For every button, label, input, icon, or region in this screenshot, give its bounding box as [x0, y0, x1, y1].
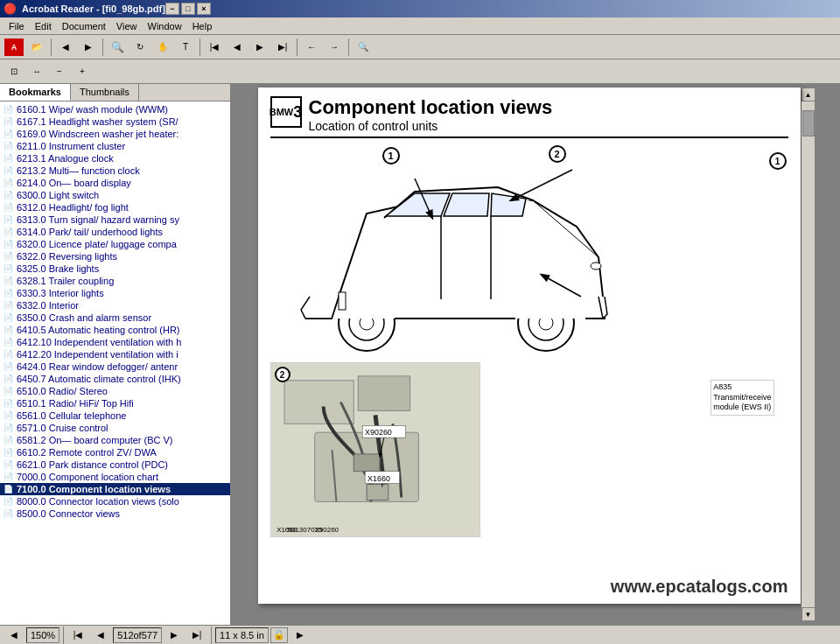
- bookmark-item[interactable]: 📄6424.0 Rear window defogger/ antenr: [0, 360, 230, 373]
- open-button[interactable]: 📂: [26, 38, 47, 57]
- bookmark-item[interactable]: 📄6328.1 Trailer coupling: [0, 275, 230, 287]
- bookmark-item[interactable]: 📄6300.0 Light switch: [0, 189, 230, 201]
- scroll-track[interactable]: [802, 102, 815, 607]
- bookmark-item[interactable]: 📄6510.0 Radio/ Stereo: [0, 385, 230, 397]
- bookmark-text: 6510.1 Radio/ HiFi/ Top Hifi: [17, 398, 134, 409]
- bmw-logo: BMW 3: [270, 96, 302, 128]
- bookmark-item[interactable]: 📄7000.0 Component location chart: [0, 471, 230, 483]
- maximize-button[interactable]: □: [181, 3, 195, 15]
- bookmark-item[interactable]: 📄6412.10 Independent ventilation with h: [0, 336, 230, 348]
- bookmark-text: 6330.3 Interior lights: [17, 288, 104, 298]
- fit-width[interactable]: ↔: [26, 62, 47, 81]
- bookmark-item[interactable]: 📄6332.0 Interior: [0, 299, 230, 312]
- main-area: Bookmarks Thumbnails 📄6160.1 Wipe/ wash …: [0, 84, 840, 625]
- zoom-in2[interactable]: +: [72, 62, 93, 81]
- bookmark-item[interactable]: 📄6160.1 Wipe/ wash module (WWM): [0, 103, 230, 116]
- bookmark-icon: 📄: [4, 424, 13, 432]
- zoom-out[interactable]: −: [49, 62, 70, 81]
- security-icon[interactable]: 🔒: [270, 627, 288, 643]
- bookmark-item[interactable]: 📄7100.0 Component location views: [0, 483, 230, 495]
- bookmark-item[interactable]: 📄6510.1 Radio/ HiFi/ Top Hifi: [0, 397, 230, 410]
- page-next[interactable]: ▶: [164, 626, 185, 645]
- bookmarks-tab[interactable]: Bookmarks: [0, 84, 71, 101]
- bookmark-item[interactable]: 📄6313.0 Turn signal/ hazard warning sy: [0, 214, 230, 226]
- menu-edit[interactable]: Edit: [30, 19, 57, 33]
- bookmark-item[interactable]: 📄6214.0 On— board display: [0, 177, 230, 189]
- text-tool[interactable]: T: [175, 38, 196, 57]
- status-scroll-left[interactable]: ◀: [4, 626, 24, 645]
- bookmark-icon: 📄: [4, 399, 13, 408]
- menu-document[interactable]: Document: [57, 19, 111, 33]
- menu-help[interactable]: Help: [187, 19, 218, 33]
- last-page[interactable]: ▶|: [272, 38, 293, 57]
- bookmark-item[interactable]: 📄6330.3 Interior lights: [0, 287, 230, 299]
- next-view[interactable]: →: [324, 38, 345, 57]
- status-scroll-right[interactable]: ▶: [290, 626, 311, 645]
- bookmark-item[interactable]: 📄6450.7 Automatic climate control (IHK): [0, 373, 230, 385]
- bookmark-item[interactable]: 📄6213.2 Multi— function clock: [0, 164, 230, 177]
- bookmark-icon: 📄: [4, 387, 13, 396]
- menu-view[interactable]: View: [111, 19, 143, 33]
- bookmark-item[interactable]: 📄6561.0 Cellular telephone: [0, 410, 230, 422]
- fit-page[interactable]: ⊡: [4, 62, 24, 81]
- zoom-in-button[interactable]: 🔍: [107, 38, 128, 57]
- pdf-scrollbar[interactable]: ▲ ▼: [801, 88, 815, 621]
- page-first[interactable]: |◀: [67, 626, 88, 645]
- page-prev[interactable]: ◀: [90, 626, 111, 645]
- bookmark-item[interactable]: 📄6410.5 Automatic heating control (HR): [0, 324, 230, 336]
- bookmark-icon: 📄: [4, 350, 13, 359]
- bookmark-item[interactable]: 📄8500.0 Connector views: [0, 508, 230, 520]
- bookmark-text: 6320.0 Licence plate/ luggage compa: [17, 239, 177, 249]
- bookmark-icon: 📄: [4, 178, 13, 187]
- menu-window[interactable]: Window: [143, 19, 187, 33]
- zoom-level: 150%: [26, 627, 60, 643]
- page-last[interactable]: ▶|: [186, 626, 207, 645]
- rotate-button[interactable]: ↻: [130, 38, 150, 57]
- search-button[interactable]: 🔍: [353, 38, 374, 57]
- pdf-header: BMW 3 Component location views Location …: [270, 96, 788, 138]
- bookmark-item[interactable]: 📄6412.20 Independent ventilation with i: [0, 348, 230, 360]
- prev-page[interactable]: ◀: [227, 38, 248, 57]
- close-button[interactable]: ×: [197, 3, 211, 15]
- bookmark-item[interactable]: 📄6610.2 Remote control ZV/ DWA: [0, 446, 230, 458]
- circle-2: 2: [549, 145, 566, 163]
- forward-button[interactable]: ▶: [78, 38, 99, 57]
- menu-file[interactable]: File: [4, 19, 30, 33]
- bookmark-item[interactable]: 📄6322.0 Reversing lights: [0, 250, 230, 262]
- minimize-button[interactable]: −: [165, 3, 179, 15]
- bookmarks-list[interactable]: 📄6160.1 Wipe/ wash module (WWM)📄6167.1 H…: [0, 102, 230, 625]
- bookmark-item[interactable]: 📄6581.2 On— board computer (BC V): [0, 434, 230, 446]
- next-page[interactable]: ▶: [249, 38, 270, 57]
- bookmark-text: 6213.1 Analogue clock: [17, 153, 114, 164]
- bookmark-item[interactable]: 📄6325.0 Brake lights: [0, 262, 230, 275]
- bookmark-item[interactable]: 📄6211.0 Instrument cluster: [0, 140, 230, 152]
- thumbnails-tab[interactable]: Thumbnails: [71, 84, 139, 101]
- bookmark-text: 8500.0 Connector views: [17, 508, 120, 519]
- bookmark-item[interactable]: 📄6350.0 Crash and alarm sensor: [0, 312, 230, 324]
- bookmark-icon: 📄: [4, 117, 13, 126]
- scroll-up-button[interactable]: ▲: [802, 88, 816, 102]
- circle-2-diagram: 2: [275, 367, 290, 382]
- back-button[interactable]: ◀: [55, 38, 76, 57]
- watermark: www.epcatalogs.com: [611, 577, 788, 597]
- bookmark-item[interactable]: 📄6169.0 Windscreen washer jet heater:: [0, 128, 230, 140]
- bookmark-item[interactable]: 📄6312.0 Headlight/ fog light: [0, 201, 230, 214]
- bookmark-item[interactable]: 📄8000.0 Connector location views (solo: [0, 495, 230, 508]
- bookmark-item[interactable]: 📄6314.0 Park/ tail/ underhood lights: [0, 226, 230, 238]
- scroll-thumb[interactable]: [802, 110, 815, 136]
- page-title: Component location views: [309, 96, 553, 119]
- bookmark-text: 6621.0 Park distance control (PDC): [17, 459, 168, 470]
- prev-view[interactable]: ←: [301, 38, 322, 57]
- bookmark-item[interactable]: 📄6621.0 Park distance control (PDC): [0, 458, 230, 471]
- hand-tool[interactable]: ✋: [152, 38, 173, 57]
- bookmark-item[interactable]: 📄6320.0 Licence plate/ luggage compa: [0, 238, 230, 250]
- scroll-down-button[interactable]: ▼: [802, 607, 816, 621]
- bookmark-text: 6214.0 On— board display: [17, 178, 131, 188]
- a835-label: A835 Transmit/receive module (EWS II): [710, 380, 774, 416]
- bookmark-item[interactable]: 📄6167.1 Headlight washer system (SR/: [0, 116, 230, 128]
- bookmark-item[interactable]: 📄6571.0 Cruise control: [0, 422, 230, 434]
- bookmark-icon: 📄: [4, 130, 13, 138]
- bookmark-text: 6167.1 Headlight washer system (SR/: [17, 116, 178, 127]
- bookmark-item[interactable]: 📄6213.1 Analogue clock: [0, 152, 230, 164]
- first-page[interactable]: |◀: [204, 38, 225, 57]
